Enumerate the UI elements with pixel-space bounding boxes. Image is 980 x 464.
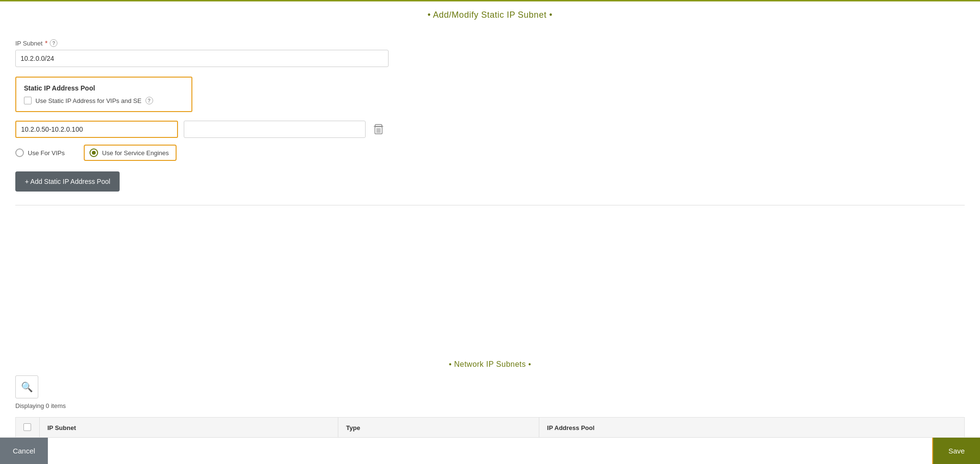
table-header-ip-subnet: IP Subnet: [40, 418, 338, 439]
pool-ip-range-row: [15, 121, 965, 138]
use-static-ip-checkbox[interactable]: [24, 97, 32, 104]
cancel-button[interactable]: Cancel: [0, 438, 48, 464]
radio-row: Use For VIPs Use for Service Engines: [15, 145, 965, 161]
save-button[interactable]: Save: [932, 438, 980, 464]
use-for-se-label: Use for Service Engines: [102, 149, 168, 157]
add-pool-button[interactable]: + Add Static IP Address Pool: [15, 171, 120, 192]
use-static-ip-label: Use Static IP Address for VIPs and SE: [35, 97, 142, 104]
table-header-type: Type: [338, 418, 539, 439]
search-icon: 🔍: [21, 381, 33, 393]
footer-spacer: [48, 438, 932, 464]
table-header-row: IP Subnet Type IP Address Pool: [16, 418, 965, 439]
network-subnets-title: Network IP Subnets: [0, 351, 980, 375]
modal-container: Add/Modify Static IP Subnet IP Subnet * …: [0, 0, 980, 464]
static-pool-title: Static IP Address Pool: [24, 84, 184, 92]
search-area: 🔍 Displaying 0 items: [0, 375, 980, 417]
table-header-ip-pool: IP Address Pool: [539, 418, 965, 439]
select-all-checkbox[interactable]: [23, 423, 31, 431]
static-pool-section: Static IP Address Pool Use Static IP Add…: [15, 77, 192, 112]
use-for-vips-option[interactable]: Use For VIPs: [15, 148, 65, 157]
use-for-se-radio[interactable]: [89, 148, 98, 157]
section-divider: [15, 205, 965, 205]
static-ip-help-icon[interactable]: ?: [145, 97, 153, 104]
form-body: IP Subnet * ? Static IP Address Pool Use…: [0, 28, 980, 351]
ip-subnet-field-group: IP Subnet * ?: [15, 39, 965, 67]
use-for-vips-label: Use For VIPs: [28, 149, 65, 157]
delete-pool-icon[interactable]: [371, 122, 386, 136]
footer-bar: Cancel Save: [0, 437, 980, 464]
table-select-all-header: [16, 418, 40, 439]
pool-ip-end-input[interactable]: [184, 121, 366, 138]
ip-subnet-label: IP Subnet * ?: [15, 39, 965, 47]
search-box[interactable]: 🔍: [15, 375, 38, 398]
pool-ip-start-input[interactable]: [15, 121, 178, 138]
use-for-se-option[interactable]: Use for Service Engines: [84, 145, 176, 161]
static-ip-checkbox-row: Use Static IP Address for VIPs and SE ?: [24, 97, 184, 104]
ip-subnet-help-icon[interactable]: ?: [50, 39, 57, 47]
ip-subnet-input[interactable]: [15, 50, 389, 67]
use-for-vips-radio[interactable]: [15, 148, 24, 157]
required-indicator: *: [45, 39, 47, 47]
modal-title: Add/Modify Static IP Subnet: [0, 1, 980, 28]
displaying-items-text: Displaying 0 items: [15, 402, 965, 409]
